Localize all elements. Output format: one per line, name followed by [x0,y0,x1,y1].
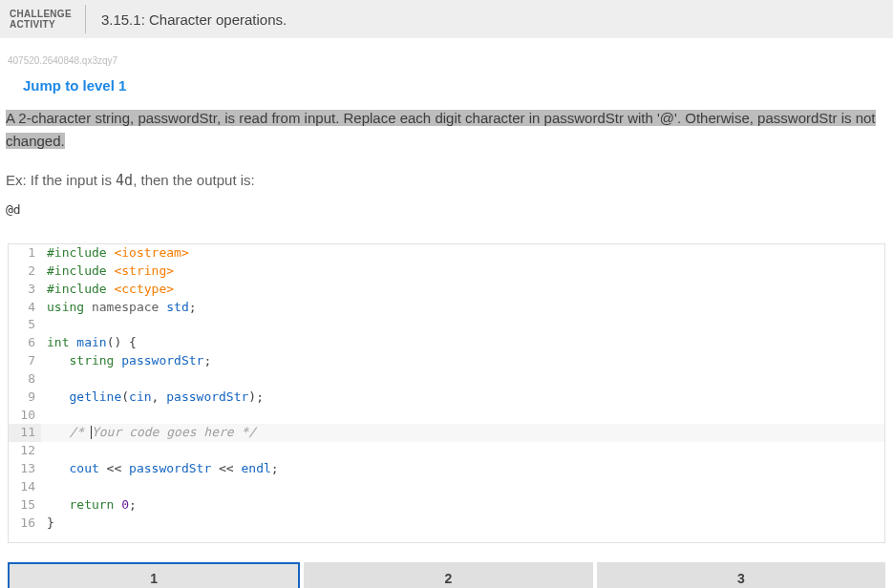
activity-title: 3.15.1: Character operations. [101,11,287,28]
line-number: 14 [9,478,41,496]
code-line[interactable]: 7 string passwordStr; [9,352,884,370]
code-line[interactable]: 1#include <iostream> [9,244,884,262]
code-content[interactable]: #include <cctype> [41,281,884,299]
level-tab-3[interactable]: 3 [597,562,885,589]
line-number: 6 [9,334,41,352]
code-line[interactable]: 16} [9,514,884,533]
example-description: Ex: If the input is 4d, then the output … [6,162,887,202]
code-content[interactable]: int main() { [41,334,884,352]
line-number: 9 [9,388,41,407]
line-number: 4 [9,299,41,317]
challenge-label-line2: ACTIVITY [10,19,55,30]
code-content[interactable]: #include <string> [41,262,884,281]
code-line[interactable]: 3#include <cctype> [9,281,884,299]
code-content[interactable]: #include <iostream> [41,244,884,262]
line-number: 7 [9,352,41,370]
line-number: 11 [9,424,41,442]
code-content[interactable]: return 0; [41,496,884,514]
qx-id: 407520.2640848.qx3zqy7 [6,44,887,72]
code-line[interactable]: 14 [9,478,884,496]
code-content[interactable]: using namespace std; [41,299,884,317]
code-line[interactable]: 15 return 0; [9,496,884,514]
code-content[interactable] [41,370,884,388]
line-number: 1 [9,244,41,262]
code-line[interactable]: 6int main() { [9,334,884,352]
line-number: 8 [9,370,41,388]
code-content[interactable] [41,478,884,496]
code-editor[interactable]: 1#include <iostream>2#include <string>3#… [8,243,885,543]
code-content[interactable]: } [41,514,884,533]
jump-to-level-link[interactable]: Jump to level 1 [6,72,887,107]
example-input: 4d [116,172,133,189]
code-content[interactable]: string passwordStr; [41,352,884,370]
code-content[interactable] [41,407,884,425]
level-tab-2[interactable]: 2 [304,562,592,589]
level-tab-1[interactable]: 1 [8,562,300,589]
code-content[interactable] [41,316,884,334]
line-number: 5 [9,316,41,334]
line-number: 10 [9,407,41,425]
code-line[interactable]: 13 cout << passwordStr << endl; [9,460,884,478]
code-line[interactable]: 10 [9,407,884,425]
line-number: 12 [9,442,41,460]
code-line[interactable]: 8 [9,370,884,388]
code-line[interactable]: 9 getline(cin, passwordStr); [9,388,884,407]
code-line[interactable]: 5 [9,316,884,334]
code-line[interactable]: 11 /* Your code goes here */ [9,424,884,442]
line-number: 13 [9,460,41,478]
problem-statement-container: A 2-character string, passwordStr, is re… [6,107,887,162]
code-content[interactable]: /* Your code goes here */ [41,424,884,442]
code-line[interactable]: 2#include <string> [9,262,884,281]
example-suffix: , then the output is: [133,172,255,188]
code-line[interactable]: 12 [9,442,884,460]
challenge-activity-label: CHALLENGE ACTIVITY [10,9,85,30]
challenge-banner: CHALLENGE ACTIVITY 3.15.1: Character ope… [0,0,893,38]
code-content[interactable]: getline(cin, passwordStr); [41,388,884,407]
challenge-label-line1: CHALLENGE [10,9,72,19]
page-body: 407520.2640848.qx3zqy7 Jump to level 1 A… [0,38,893,588]
example-prefix: Ex: If the input is [6,172,116,188]
code-line[interactable]: 4using namespace std; [9,299,884,317]
example-output: @d [6,202,887,234]
line-number: 2 [9,262,41,281]
line-number: 15 [9,496,41,514]
code-content[interactable] [41,442,884,460]
level-tabs: 123 [8,562,885,589]
problem-statement: A 2-character string, passwordStr, is re… [6,110,876,149]
code-content[interactable]: cout << passwordStr << endl; [41,460,884,478]
banner-divider [85,5,86,33]
line-number: 3 [9,281,41,299]
line-number: 16 [9,514,41,533]
